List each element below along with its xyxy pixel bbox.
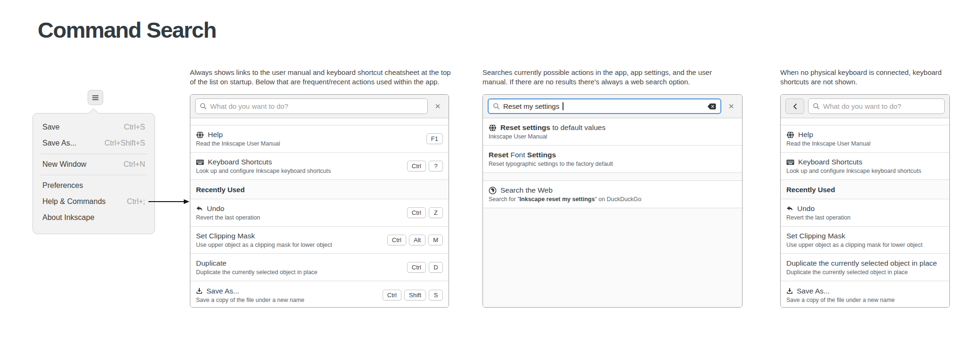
key-badge: S (429, 290, 443, 301)
save-icon (196, 288, 203, 294)
item-title: Search the Web (500, 186, 553, 195)
list-item-save-as[interactable]: Save As... Save a copy of the file under… (781, 281, 949, 308)
globe-icon (196, 131, 204, 139)
command-search-mockup: Command Search Save Ctrl+S Save As... Ct… (0, 0, 980, 358)
item-title: Duplicate (196, 259, 227, 268)
key-badge: F1 (426, 133, 443, 144)
item-title-rest: to default values (550, 123, 605, 131)
menu-item-shortcut: Ctrl+S (124, 123, 145, 131)
key-badge: M (428, 235, 443, 245)
search-input[interactable]: Reset my settings (488, 98, 721, 114)
item-subtitle: Duplicate the currently selected object … (196, 269, 318, 276)
list-item-keyboard-shortcuts[interactable]: Keyboard Shortcuts Look up and configure… (190, 153, 449, 180)
item-title-match: Settings (527, 151, 556, 159)
result-item-reset-settings[interactable]: Reset settings to default values Inkscap… (483, 118, 742, 146)
backspace-clear-icon[interactable] (707, 103, 716, 110)
list-item-set-clipping-mask[interactable]: Set Clipping Mask Use upper object as a … (781, 227, 949, 254)
menu-item-about-inkscape[interactable]: About Inkscape (33, 210, 155, 226)
command-palette-touch: What do you want to do? Help Read the In… (780, 94, 950, 308)
list-item-undo[interactable]: Undo Revert the last operation (781, 199, 949, 227)
list-item-duplicate[interactable]: Duplicate the currently selected object … (781, 254, 949, 281)
chevron-left-icon (792, 103, 797, 110)
search-input[interactable]: What do you want to do? (808, 98, 945, 114)
key-badge: Alt (409, 235, 425, 245)
empty-results-area (483, 208, 742, 307)
result-item-reset-font-settings[interactable]: Reset Font Settings Reset typographic se… (483, 146, 742, 173)
menu-item-label: New Window (42, 160, 86, 169)
item-title: Duplicate the currently selected object … (786, 259, 937, 268)
search-value: Reset my settings (503, 102, 559, 110)
section-header-recently-used: Recently Used (781, 180, 949, 199)
item-subtitle-query: Inkscape reset my settings (520, 196, 595, 203)
menu-item-new-window[interactable]: New Window Ctrl+N (33, 156, 155, 172)
shortcut-keys: Ctrl Z (407, 207, 443, 218)
search-icon (813, 103, 820, 110)
save-icon (786, 288, 793, 294)
list-gap (781, 118, 949, 125)
search-input[interactable]: What do you want to do? (195, 98, 428, 114)
palette-header: What do you want to do? ✕ (190, 95, 449, 118)
item-title-match: Reset (489, 151, 508, 159)
item-title: Undo (207, 204, 224, 213)
item-subtitle: Read the Inkscape User Manual (196, 140, 280, 147)
list-item-undo[interactable]: Undo Revert the last operation Ctrl Z (190, 199, 449, 227)
item-title: Set Clipping Mask (786, 232, 845, 240)
key-badge: Shift (404, 290, 426, 301)
search-placeholder: What do you want to do? (210, 102, 288, 110)
menu-item-label: Preferences (42, 181, 83, 190)
search-placeholder: What do you want to do? (823, 102, 901, 110)
list-gap (190, 118, 449, 125)
item-title: Save As... (797, 287, 830, 295)
menu-separator (41, 154, 147, 154)
palette-header: Reset my settings ✕ (483, 95, 742, 118)
app-menu-button[interactable] (88, 90, 103, 105)
menu-item-save[interactable]: Save Ctrl+S (33, 119, 155, 135)
key-badge: Z (429, 207, 443, 218)
hamburger-icon (92, 95, 98, 100)
menu-item-label: Save As... (42, 139, 76, 147)
menu-item-help-and-commands[interactable]: Help & Commands Ctrl+; (33, 194, 155, 210)
item-title: Keyboard Shortcuts (208, 158, 272, 166)
item-title: Help (798, 130, 813, 139)
shortcut-keys: F1 (426, 133, 443, 144)
globe-icon (786, 131, 794, 139)
item-subtitle: Inkscape User Manual (489, 133, 605, 140)
menu-item-label: Help & Commands (42, 197, 106, 206)
list-item-keyboard-shortcuts[interactable]: Keyboard Shortcuts Look up and configure… (781, 153, 949, 180)
back-button[interactable] (785, 98, 804, 114)
result-item-search-the-web[interactable]: Search the Web Search for "Inkscape rese… (483, 181, 742, 208)
close-button[interactable]: ✕ (725, 102, 737, 111)
menu-item-save-as[interactable]: Save As... Ctrl+Shift+S (33, 135, 155, 151)
duckduckgo-icon (489, 187, 497, 195)
list-item-help[interactable]: Help Read the Inkscape User Manual (781, 125, 949, 153)
shortcut-keys: Ctrl ? (407, 161, 443, 171)
panel3-description: When no physical keyboard is connected, … (780, 68, 943, 87)
item-subtitle: Use upper object as a clipping mask for … (786, 242, 923, 248)
item-subtitle: Look up and configure Inkscape keyboard … (786, 168, 921, 174)
annotation-arrow (148, 198, 190, 205)
shortcut-keys: Ctrl Shift S (383, 290, 443, 301)
list-gap (483, 173, 742, 181)
list-item-set-clipping-mask[interactable]: Set Clipping Mask Use upper object as a … (190, 227, 449, 254)
item-title-match: Reset settings (500, 123, 550, 131)
item-subtitle: Save a copy of the file under a new name (786, 297, 895, 303)
close-button[interactable]: ✕ (432, 102, 444, 111)
key-badge: Ctrl (407, 161, 426, 171)
app-menu-popover: Save Ctrl+S Save As... Ctrl+Shift+S New … (33, 113, 155, 234)
list-item-duplicate[interactable]: Duplicate Duplicate the currently select… (190, 254, 449, 281)
item-title: Keyboard Shortcuts (798, 158, 862, 166)
key-badge: Ctrl (387, 235, 406, 245)
list-item-save-as[interactable]: Save As... Save a copy of the file under… (190, 281, 449, 308)
item-subtitle: Save a copy of the file under a new name (196, 297, 304, 303)
item-subtitle: Use upper object as a clipping mask for … (196, 242, 332, 248)
item-subtitle: Duplicate the currently selected object … (786, 269, 937, 276)
menu-item-shortcut: Ctrl+Shift+S (105, 139, 145, 147)
command-palette-searching: Reset my settings ✕ Reset settings to de… (482, 94, 743, 308)
undo-icon (196, 206, 203, 212)
list-item-help[interactable]: Help Read the Inkscape User Manual F1 (190, 125, 449, 153)
menu-item-preferences[interactable]: Preferences (33, 178, 155, 194)
shortcut-keys: Ctrl Alt M (387, 235, 443, 245)
item-subtitle: Revert the last operation (196, 214, 260, 221)
undo-icon (786, 206, 793, 212)
menu-separator (41, 175, 147, 175)
